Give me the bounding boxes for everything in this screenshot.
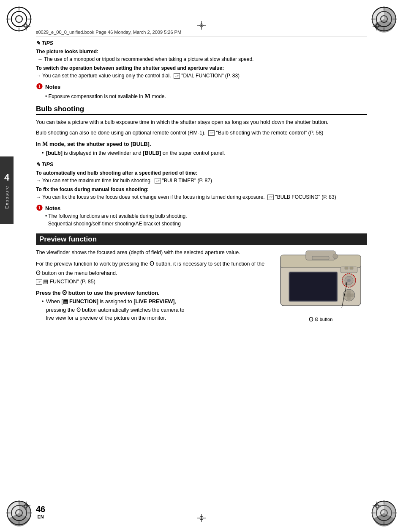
ref-icon-2: ☞ xyxy=(208,130,215,136)
preview-btn-symbol: ʘ xyxy=(150,260,154,267)
svg-point-54 xyxy=(347,293,351,297)
tips-fix-focus-label: To fix the focus during manual focus sho… xyxy=(36,186,149,192)
svg-rect-57 xyxy=(350,267,353,269)
bulb-para1: You can take a picture with a bulb expos… xyxy=(36,118,367,126)
bottom-center-reg xyxy=(197,514,206,524)
camera-caption-text: ʘ button xyxy=(315,317,333,322)
preview-text-block: The viewfinder shows the focused area (d… xyxy=(36,249,267,322)
notes-block-1: ❶ Notes • Exposure compensation is not a… xyxy=(36,83,367,101)
tips-switch: To switch the operation between setting … xyxy=(36,64,367,80)
tips-block-1: ✎ TIPS The picture looks blurred: → The … xyxy=(36,40,367,80)
chapter-label: Exposure xyxy=(4,186,9,208)
svg-rect-58 xyxy=(312,256,329,260)
notes-content-1: Notes • Exposure compensation is not ava… xyxy=(45,83,166,101)
chapter-tab: 4 Exposure xyxy=(0,156,14,224)
camera-caption: ʘ ʘ button xyxy=(309,316,333,323)
svg-rect-56 xyxy=(345,267,348,269)
bulb-sub-heading: In M mode, set the shutter speed to [BUL… xyxy=(36,141,367,148)
camera-btn-symbol: ʘ xyxy=(309,316,313,323)
preview-bullet-1: When [▤ FUNCTION] is assigned to [LIVE P… xyxy=(42,298,267,322)
camera-image-area: ʘ ʘ button xyxy=(274,249,367,323)
notes-icon-1: ❶ xyxy=(36,82,43,91)
tips-auto-end-label: To automatically end bulb shooting after… xyxy=(36,170,197,176)
preview-ref: ▤ FUNCTION" (P. 85) xyxy=(43,279,95,285)
tips-header-2: ✎ TIPS xyxy=(36,162,367,167)
tips-blurred-label: The picture looks blurred: xyxy=(36,49,98,55)
tips-blurred-text: → The use of a monopod or tripod is reco… xyxy=(38,56,253,62)
ref-icon-1: ☞ xyxy=(174,73,180,79)
bulb-bullet-1: [buLb] is displayed in the viewfinder an… xyxy=(42,149,367,157)
preview-section: The viewfinder shows the focused area (d… xyxy=(36,249,367,323)
tips-label-2: TIPS xyxy=(42,162,53,167)
ref-icon-4: ☞ xyxy=(267,195,274,200)
m-mode-letter: M xyxy=(144,93,150,99)
tips-switch-text: → You can set the aperture value using o… xyxy=(36,73,171,79)
tips-fix-focus-text: → You can fix the focus so the focus doe… xyxy=(36,194,265,200)
tips-icon-1: ✎ xyxy=(36,40,40,46)
tips-fix-focus-ref: "BULB FOCUSING" (P. 83) xyxy=(275,194,336,200)
camera-illustration xyxy=(276,249,365,314)
tips-auto-end-ref: "BULB TIMER" (P. 87) xyxy=(162,178,212,184)
notes-content-2: Notes • The following functions are not … xyxy=(45,204,187,228)
preview-sub-heading: Press the ʘ button to use the preview fu… xyxy=(36,289,267,296)
notes-text-2: • The following functions are not availa… xyxy=(45,213,187,227)
tips-switch-ref: "DIAL FUNCTION" (P. 83) xyxy=(181,73,240,79)
page-footer: 46 EN xyxy=(36,505,45,519)
tips-content-1: The picture looks blurred: → The use of … xyxy=(36,48,367,80)
page-lang: EN xyxy=(36,514,45,519)
reg-mark-br xyxy=(373,502,381,510)
header-text: s0029_e_00_0_unified.book Page 46 Monday… xyxy=(36,30,181,35)
page-number: 46 xyxy=(36,505,45,514)
tips-auto-end: To automatically end bulb shooting after… xyxy=(36,169,367,184)
tips-icon-2: ✎ xyxy=(36,162,40,167)
preview-heading: Preview function xyxy=(36,233,367,245)
preview-press-symbol: ʘ xyxy=(62,289,67,296)
tips-picture-blurred: The picture looks blurred: → The use of … xyxy=(36,48,367,63)
main-content: ✎ TIPS The picture looks blurred: → The … xyxy=(36,40,367,490)
svg-rect-55 xyxy=(340,267,357,273)
notes-icon-2: ❶ xyxy=(36,203,43,213)
svg-rect-47 xyxy=(290,273,336,300)
preview-btn-in-bullet: ʘ xyxy=(76,307,81,313)
ref-icon-3: ☞ xyxy=(155,178,161,184)
m-mode-2: M xyxy=(42,141,48,147)
ref-icon-5: ☞ xyxy=(36,279,42,285)
bulb-heading: Bulb shooting xyxy=(36,105,367,115)
preview-para2: For the preview function to work by pres… xyxy=(36,259,267,286)
svg-point-50 xyxy=(347,279,351,282)
notes-text-1: • Exposure compensation is not available… xyxy=(45,93,166,99)
tips-fix-focus: To fix the focus during manual focus sho… xyxy=(36,186,367,201)
reg-mark-bl xyxy=(22,502,30,510)
notes-block-2: ❶ Notes • The following functions are no… xyxy=(36,204,367,228)
tips-block-2: ✎ TIPS To automatically end bulb shootin… xyxy=(36,162,367,201)
notes-title-2: Notes xyxy=(45,205,60,211)
top-center-reg xyxy=(197,21,206,31)
tips-label-1: TIPS xyxy=(42,40,53,46)
tips-header-1: ✎ TIPS xyxy=(36,40,367,46)
preview-bullets: When [▤ FUNCTION] is assigned to [LIVE P… xyxy=(42,298,267,322)
chapter-number: 4 xyxy=(4,172,9,183)
tips-content-2: To automatically end bulb shooting after… xyxy=(36,169,367,201)
notes-title-1: Notes xyxy=(45,84,60,90)
reg-mark-tl xyxy=(22,22,30,30)
bulb-bullets: [buLb] is displayed in the viewfinder an… xyxy=(42,149,367,157)
bulb-para2: Bulb shooting can also be done using an … xyxy=(36,129,367,137)
preview-btn-symbol2: ʘ xyxy=(36,269,41,276)
tips-switch-label: To switch the operation between setting … xyxy=(36,65,224,71)
page: 4 Exposure s0029_e_00_0_unified.book Pag… xyxy=(0,0,403,532)
reg-mark-tr xyxy=(373,22,381,30)
preview-para1: The viewfinder shows the focused area (d… xyxy=(36,249,267,257)
svg-point-59 xyxy=(333,254,338,259)
tips-auto-end-text: → You can set the maximum time for bulb … xyxy=(36,178,152,184)
